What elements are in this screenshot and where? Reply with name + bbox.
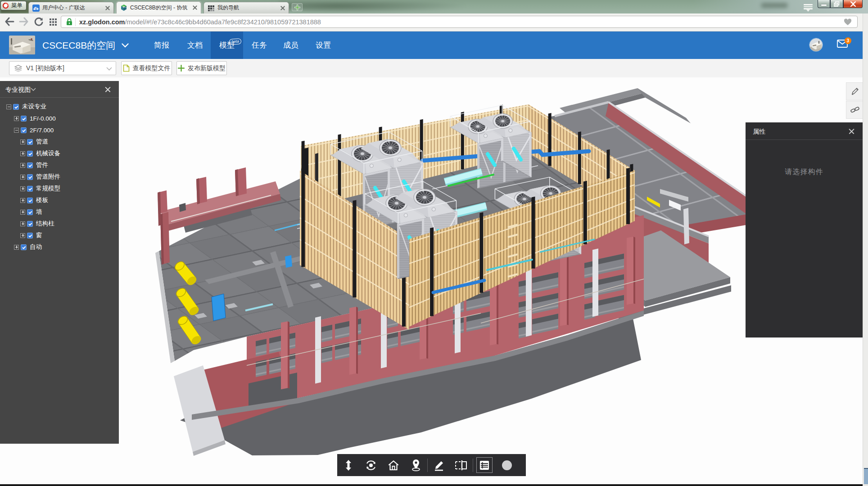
tree-item-管道附件[interactable]: 管道附件 (0, 171, 60, 183)
forward-icon[interactable] (19, 17, 29, 26)
render-mode-button[interactable] (496, 454, 518, 476)
tree-checkbox-checked[interactable] (27, 151, 33, 157)
collapse-icon[interactable] (6, 104, 11, 109)
tree-item-管道[interactable]: 管道 (0, 136, 48, 148)
expand-icon[interactable] (20, 151, 25, 156)
avatar[interactable] (809, 38, 823, 52)
component-list-button[interactable] (473, 454, 496, 476)
xiezhu-tab-icon (120, 4, 127, 11)
expand-icon[interactable] (14, 116, 19, 121)
publish-model-button[interactable]: 发布新版模型 (176, 61, 227, 75)
tab-close-icon[interactable] (280, 6, 285, 10)
refresh-icon[interactable] (34, 17, 44, 26)
tree-checkbox-checked[interactable] (27, 174, 33, 180)
tab-close-icon[interactable] (105, 6, 110, 10)
scrollbar-track[interactable] (863, 14, 868, 486)
pencil-icon (850, 87, 859, 96)
expand-icon[interactable] (20, 140, 25, 144)
window-close-button[interactable] (843, 0, 863, 8)
window-restore-button[interactable] (830, 0, 843, 8)
tree-checkbox-checked[interactable] (21, 116, 27, 122)
model-toolbar: V1 [初始版本] 查看模型文件 发布新版模型 (0, 59, 863, 77)
tree-checkbox-checked[interactable] (13, 104, 19, 110)
tree-item-label: 管道附件 (36, 173, 60, 181)
browser-settings-icon[interactable] (804, 4, 813, 10)
chevron-down-icon (106, 67, 112, 71)
expand-icon[interactable] (20, 221, 25, 226)
tree-item-管件[interactable]: 管件 (0, 159, 48, 171)
annotate-button[interactable] (846, 82, 863, 100)
new-tab-button[interactable] (292, 3, 303, 11)
tree-item-结构柱[interactable]: 结构柱 (0, 218, 54, 230)
tab-close-icon[interactable] (193, 5, 197, 10)
tree-panel-title: 专业视图 (5, 86, 31, 94)
version-value: V1 [初始版本] (26, 64, 64, 72)
tree-item-窗[interactable]: 窗 (0, 230, 42, 241)
tree-item-楼板[interactable]: 楼板 (0, 194, 48, 206)
share-link-button[interactable] (846, 101, 863, 119)
tree-item-墙[interactable]: 墙 (0, 206, 42, 218)
tree-item-2F/7.000[interactable]: 2F/7.000 (0, 124, 54, 136)
tree-checkbox-checked[interactable] (27, 162, 33, 168)
home-view-button[interactable] (382, 454, 405, 476)
expand-icon[interactable] (20, 233, 25, 238)
section-box-button[interactable] (450, 454, 473, 476)
browser-tab-space[interactable]: CSCEC8B的空间 - 协筑 (116, 1, 201, 14)
nav-item-tasks[interactable]: 任务 (243, 32, 276, 59)
model-viewport[interactable]: 专业视图 未设专业1F/-0.0002F/7.000管道机械设备管件管道附件常规… (0, 77, 863, 484)
tree-panel-close-icon[interactable] (104, 86, 111, 93)
properties-close-icon[interactable] (848, 128, 854, 135)
properties-panel: 属性 请选择构件 (746, 122, 863, 338)
nav-item-members[interactable]: 成员 (275, 32, 307, 59)
markup-tool-button[interactable] (428, 454, 450, 476)
browser-tab-user-center[interactable]: G 用户中心 - 广联达 (28, 2, 114, 14)
expand-icon[interactable] (20, 175, 25, 180)
tab-label: CSCEC8B的空间 - 协筑 (130, 4, 190, 12)
tree-item-自动[interactable]: 自动 (0, 241, 42, 253)
link-icon (850, 105, 860, 114)
tree-checkbox-checked[interactable] (21, 127, 27, 133)
tree-checkbox-checked[interactable] (27, 139, 33, 145)
window-minimize-button[interactable] (818, 0, 830, 8)
collapse-icon[interactable] (14, 128, 19, 133)
expand-icon[interactable] (20, 198, 25, 203)
scrollbar-thumb[interactable] (864, 468, 868, 484)
nav-item-settings[interactable]: 设置 (307, 32, 339, 59)
chevron-down-icon[interactable] (31, 88, 36, 91)
space-title[interactable]: CSCEC8B的空间 (42, 32, 129, 59)
nav-item-model[interactable]: 模型 (211, 32, 243, 59)
nav-item-briefing[interactable]: 简报 (145, 32, 178, 59)
expand-icon[interactable] (14, 245, 19, 250)
tree-checkbox-checked[interactable] (27, 209, 33, 215)
elevation-tool-button[interactable] (337, 454, 360, 476)
url-input[interactable]: xz.glodon.com/model/#!/e73c8c46c9bb4d60a… (61, 16, 858, 28)
walkthrough-tool-button[interactable] (405, 454, 427, 476)
tree-checkbox-checked[interactable] (27, 198, 33, 203)
app-header: CSCEC8B的空间 简报 文档 模型 任务 成员 设置 beta 3 (0, 32, 863, 59)
apps-grid-icon[interactable] (49, 17, 59, 26)
expand-icon[interactable] (20, 186, 25, 191)
tree-checkbox-checked[interactable] (21, 244, 27, 250)
space-logo-thumbnail[interactable] (9, 36, 35, 54)
tree-checkbox-checked[interactable] (27, 233, 33, 238)
model-3d-view[interactable] (0, 77, 863, 484)
back-icon[interactable] (5, 17, 14, 26)
orbit-tool-button[interactable] (360, 454, 382, 476)
view-model-file-button[interactable]: 查看模型文件 (121, 61, 172, 75)
browser-menu-button[interactable]: 菜单 (0, 1, 27, 10)
nav-item-documents[interactable]: 文档 (179, 32, 211, 59)
tree-checkbox-checked[interactable] (27, 221, 33, 227)
expand-icon[interactable] (20, 163, 25, 168)
document-icon (123, 64, 130, 72)
tree-item-常规模型[interactable]: 常规模型 (0, 183, 60, 194)
expand-icon[interactable] (20, 210, 25, 215)
tree-item-机械设备[interactable]: 机械设备 (0, 148, 60, 159)
tree-item-未设专业[interactable]: 未设专业 (0, 101, 46, 112)
tree-item-1F/-0.000[interactable]: 1F/-0.000 (0, 112, 56, 124)
browser-logo-icon (2, 2, 9, 9)
tree-checkbox-checked[interactable] (27, 186, 33, 192)
messages-button[interactable]: 3 (837, 40, 853, 51)
version-select[interactable]: V1 [初始版本] (9, 61, 116, 75)
browser-tab-navigation[interactable]: 我的导航 (203, 2, 289, 14)
favorite-heart-icon[interactable] (844, 18, 852, 26)
